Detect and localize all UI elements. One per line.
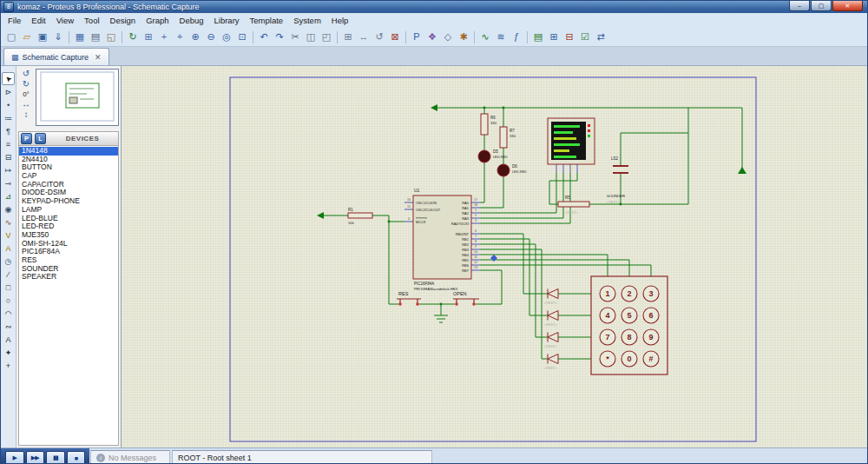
zoom-out-button[interactable]: ⊖ [204,30,219,44]
new-file-button[interactable]: ▢ [4,30,19,44]
zoom-all-button[interactable]: ◎ [220,30,234,44]
design-explorer-button[interactable]: ▤ [531,30,546,44]
new-sheet-button[interactable]: ⊞ [547,30,562,44]
2d-arc-mode-button[interactable]: ◠ [2,307,15,320]
mirror-vertical-icon[interactable]: ↕ [24,110,29,119]
2d-circle-mode-button[interactable]: ○ [2,294,15,307]
menu-file[interactable]: File [3,14,26,27]
wire-autorouter-button[interactable]: ∿ [478,30,493,44]
search-tag-button[interactable]: ≋ [494,30,509,44]
voltage-probe-mode-button[interactable]: V [2,229,15,242]
print-button[interactable]: ▤ [89,30,103,44]
led-d6[interactable] [497,164,510,176]
center-at-cursor-button[interactable]: ⌖ [173,30,187,44]
junction-dot-mode-button[interactable]: • [2,98,15,111]
led-d5[interactable] [478,150,490,162]
block-move-button[interactable]: ↔ [357,30,372,44]
menu-library[interactable]: Library [209,14,245,27]
netlist-transfer-button[interactable]: ⇄ [594,30,608,44]
mark-output-area-button[interactable]: ◱ [104,30,119,44]
paste-button[interactable]: ◰ [319,30,334,44]
2d-box-mode-button[interactable]: □ [2,281,15,294]
device-pin-mode-button[interactable]: ⊸ [2,176,15,189]
diode[interactable] [548,311,558,321]
menu-view[interactable]: View [51,14,79,27]
display-module[interactable] [548,118,595,173]
overview-minimap[interactable] [36,69,119,126]
resistor-r5[interactable] [558,202,589,207]
block-copy-button[interactable]: ⊞ [341,30,356,44]
zoom-in-button[interactable]: ⊕ [188,30,203,44]
open-button[interactable] [453,299,479,306]
close-button[interactable]: ✕ [832,1,863,11]
generator-mode-button[interactable]: ∿ [2,215,15,229]
keypad[interactable]: 123456789*0# [591,276,667,375]
selection-pointer-button[interactable]: ➤ [2,72,15,85]
component-mode-button[interactable]: ⊳ [2,85,15,98]
import-project-button[interactable]: ⇓ [51,30,66,44]
tape-recorder-mode-button[interactable]: ◉ [2,202,15,215]
current-probe-mode-button[interactable]: A [2,242,15,255]
redraw-button[interactable]: ↻ [126,30,141,44]
pick-parts-button[interactable]: P [410,30,424,44]
subcircuit-mode-button[interactable]: ⊟ [2,150,15,163]
library-manager-button[interactable]: L [35,133,46,144]
2d-marker-mode-button[interactable]: + [2,359,15,372]
wires[interactable] [324,108,742,359]
property-assignment-button[interactable]: ƒ [510,30,524,44]
menu-template[interactable]: Template [245,14,289,27]
resistor-r1[interactable] [348,213,372,218]
text-script-mode-button[interactable]: ¶ [2,124,15,137]
virtual-instruments-mode-button[interactable]: ◷ [2,255,15,268]
graph-mode-button[interactable]: ⊿ [2,189,15,202]
wire-label-mode-button[interactable]: ≔ [2,111,15,124]
copy-button[interactable]: ◫ [304,30,319,44]
electrical-rules-check-button[interactable]: ☑ [578,30,593,44]
redo-button[interactable]: ↷ [273,30,287,44]
packaging-tool-button[interactable]: ◇ [441,30,456,44]
page-settings-button[interactable]: ▦ [73,30,88,44]
sounder-ls2[interactable] [613,166,628,173]
stop-button[interactable]: ■ [67,451,86,464]
save-project-button[interactable]: ▣ [36,30,50,44]
block-delete-button[interactable]: ⊠ [388,30,403,44]
diode[interactable] [548,333,558,342]
device-item[interactable]: SPEAKER [19,273,118,282]
resistor-r7[interactable] [500,127,507,148]
play-button[interactable]: ▶ [5,451,24,464]
block-rotate-button[interactable]: ↺ [372,30,387,44]
cut-button[interactable]: ✂ [288,30,303,44]
diode[interactable] [548,355,558,364]
schematic-canvas[interactable]: OSC1/CLKIN16OSC2/CLKOUT15MCLR4RA017RA118… [122,66,867,447]
zoom-area-button[interactable]: ⊡ [235,30,250,44]
2d-text-mode-button[interactable]: A [2,333,15,346]
menu-tool[interactable]: Tool [79,14,104,27]
minimize-button[interactable]: – [789,1,810,11]
rotate-ccw-icon[interactable]: ↺ [23,70,30,78]
resistor-r6[interactable] [481,114,488,135]
terminal-mode-button[interactable]: ↦ [2,163,15,176]
rotate-cw-icon[interactable]: ↻ [23,80,30,89]
tab-close-icon[interactable]: ✕ [95,53,102,62]
2d-path-mode-button[interactable]: ∾ [2,320,15,333]
menu-edit[interactable]: Edit [26,14,50,27]
maximize-button[interactable]: ▢ [811,1,832,11]
menu-system[interactable]: System [288,14,326,27]
mirror-horizontal-icon[interactable]: ↔ [22,100,30,109]
2d-line-mode-button[interactable]: ∕ [2,268,15,281]
res-button[interactable] [397,299,421,306]
make-device-button[interactable]: ❖ [425,30,440,44]
menu-help[interactable]: Help [326,14,354,27]
menu-debug[interactable]: Debug [174,14,209,27]
2d-symbol-mode-button[interactable]: ✦ [2,346,15,359]
diode[interactable] [548,289,558,299]
open-project-button[interactable]: ▱ [20,30,35,44]
pick-devices-button[interactable]: P [21,133,32,144]
decompose-button[interactable]: ✱ [457,30,471,44]
toggle-grid-button[interactable]: ⊞ [141,30,156,44]
menu-graph[interactable]: Graph [141,14,174,27]
undo-button[interactable]: ↶ [257,30,272,44]
bus-mode-button[interactable]: ≡ [2,137,15,150]
remove-sheet-button[interactable]: ⊟ [562,30,577,44]
false-origin-button[interactable]: + [157,30,172,44]
